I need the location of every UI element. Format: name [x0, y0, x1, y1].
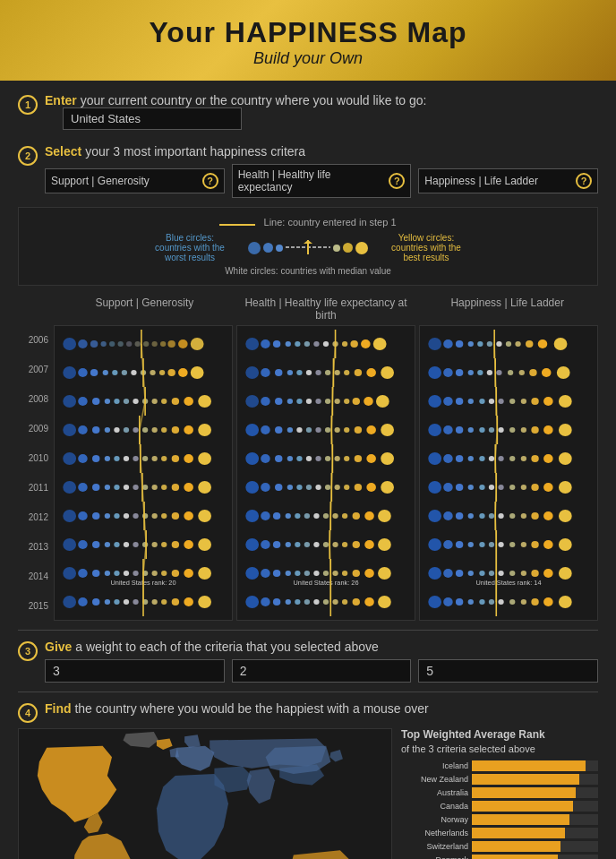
criteria-box-1[interactable]: Support | Generosity ?: [45, 168, 225, 193]
svg-point-91: [105, 513, 110, 519]
svg-point-385: [521, 542, 526, 547]
svg-point-224: [344, 485, 349, 490]
svg-point-286: [428, 338, 441, 350]
bar-country-label: Netherlands: [401, 829, 468, 838]
svg-point-196: [344, 427, 349, 433]
svg-point-272: [245, 596, 259, 608]
svg-point-67: [142, 456, 148, 461]
bar-chart-title-line2: of the 3 criteria selected above: [401, 743, 535, 754]
svg-point-305: [496, 370, 501, 375]
svg-point-268: [364, 569, 374, 578]
legend-blue-label: Blue circles:: [166, 233, 214, 243]
legend-box: Line: country entered in step 1 Blue cir…: [18, 207, 598, 286]
step3-label-text: a weight to each of the criteria that yo…: [72, 640, 378, 654]
svg-point-291: [487, 341, 492, 347]
svg-point-185: [376, 395, 389, 408]
svg-point-140: [161, 599, 167, 605]
svg-point-372: [521, 513, 526, 519]
dot-blue-mid2: [276, 245, 283, 252]
weight-input-3[interactable]: [418, 659, 598, 683]
bar-fill: [472, 774, 579, 785]
criteria-icon-3[interactable]: ?: [576, 173, 592, 189]
criteria-icon-1[interactable]: ?: [202, 173, 218, 189]
criteria-row: Support | Generosity ? Health | Healthy …: [45, 164, 598, 198]
svg-point-180: [325, 399, 330, 404]
svg-point-266: [342, 571, 347, 576]
dot-yellow-mid1: [333, 245, 340, 252]
step1-label-strong: Enter: [45, 93, 77, 107]
svg-point-408: [479, 599, 484, 605]
step2-content: Select your 3 most important happiness c…: [45, 144, 598, 198]
criteria-box-2[interactable]: Health | Healthy life expectancy ?: [232, 164, 412, 198]
dot-yellow-large: [355, 242, 368, 254]
svg-point-149: [295, 341, 300, 347]
svg-point-309: [542, 368, 552, 377]
svg-point-165: [315, 370, 321, 375]
criteria-box-3[interactable]: Happiness | Life Ladder ?: [418, 168, 598, 193]
svg-point-347: [531, 455, 538, 462]
weight-input-1[interactable]: [45, 659, 225, 683]
svg-point-142: [184, 597, 193, 606]
svg-point-131: [63, 596, 76, 608]
svg-point-250: [323, 542, 329, 547]
year-2010: 2010: [18, 444, 54, 473]
svg-point-124: [152, 571, 158, 576]
svg-point-88: [63, 510, 76, 522]
svg-point-277: [304, 599, 310, 605]
svg-point-218: [287, 485, 293, 490]
svg-point-245: [273, 541, 280, 548]
step1-label-text: your current country or the country wher…: [77, 93, 427, 107]
svg-point-364: [428, 510, 441, 522]
svg-point-284: [378, 596, 391, 608]
svg-point-194: [325, 427, 330, 433]
svg-point-37: [124, 399, 129, 404]
svg-point-290: [477, 341, 483, 347]
year-2008: 2008: [18, 385, 54, 414]
svg-point-353: [456, 484, 463, 491]
svg-point-412: [521, 599, 526, 605]
step1-label: Enter your current country or the countr…: [45, 93, 598, 130]
svg-point-161: [275, 369, 282, 376]
bar-track: [472, 787, 598, 798]
svg-point-281: [342, 599, 347, 605]
svg-point-368: [479, 513, 484, 519]
svg-point-82: [152, 485, 158, 490]
year-2013: 2013: [18, 533, 54, 562]
legend-yellow-desc: countries with the best results: [386, 243, 466, 262]
svg-point-15: [178, 339, 188, 348]
svg-point-170: [366, 368, 376, 377]
chart-col-3: United States rank: 14: [419, 325, 598, 621]
svg-point-53: [142, 427, 148, 433]
svg-point-382: [489, 542, 494, 547]
svg-point-357: [498, 485, 503, 490]
chart2-svg: United States rank: 26: [241, 330, 411, 616]
svg-point-405: [443, 597, 453, 606]
svg-point-211: [355, 455, 362, 462]
svg-point-295: [526, 340, 533, 348]
svg-point-413: [531, 598, 538, 606]
chart-col-1: United States rank: 20: [54, 325, 233, 621]
svg-point-400: [543, 569, 553, 578]
svg-point-209: [335, 456, 340, 461]
svg-point-415: [559, 596, 572, 608]
chart-header-1: Support | Generosity: [54, 293, 235, 325]
svg-point-90: [92, 512, 99, 520]
svg-point-11: [143, 341, 149, 347]
svg-point-57: [184, 425, 193, 434]
criteria-label-3: Happiness | Life Ladder: [424, 175, 572, 187]
svg-point-205: [296, 456, 302, 461]
svg-point-169: [355, 369, 362, 376]
dot-blue-large: [248, 242, 261, 254]
weight-input-2[interactable]: [232, 659, 412, 683]
svg-point-392: [456, 570, 463, 577]
svg-point-97: [161, 513, 167, 519]
svg-point-18: [63, 366, 76, 379]
country-input[interactable]: [63, 107, 242, 130]
svg-point-381: [479, 542, 484, 547]
charts-columns: United States rank: 20: [54, 325, 598, 621]
svg-point-391: [443, 569, 453, 578]
criteria-icon-2[interactable]: ?: [389, 173, 405, 189]
svg-point-374: [543, 511, 553, 520]
svg-point-145: [245, 338, 259, 350]
chart-header-2: Health | Healthy life expectancy at birt…: [235, 293, 417, 325]
